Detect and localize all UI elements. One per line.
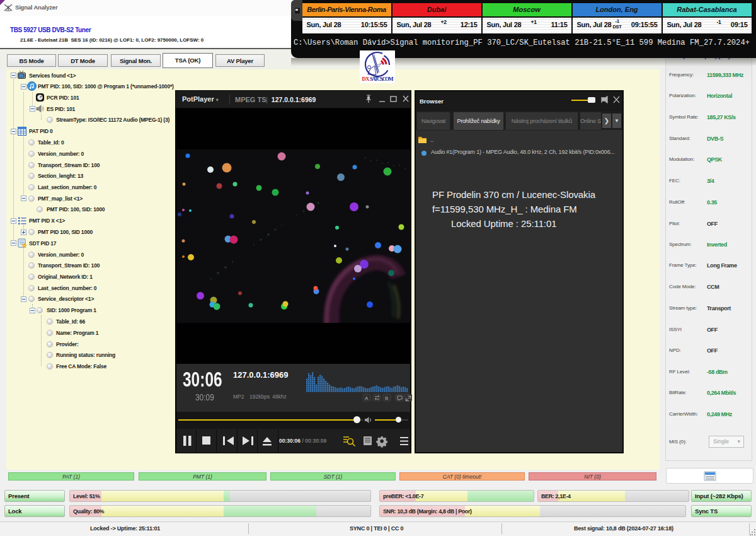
svg-text:B: B [385, 395, 388, 401]
svg-text:A: A [365, 395, 369, 401]
svg-text:DX: DX [362, 76, 370, 82]
svg-text:SATCS.COM: SATCS.COM [370, 76, 394, 82]
